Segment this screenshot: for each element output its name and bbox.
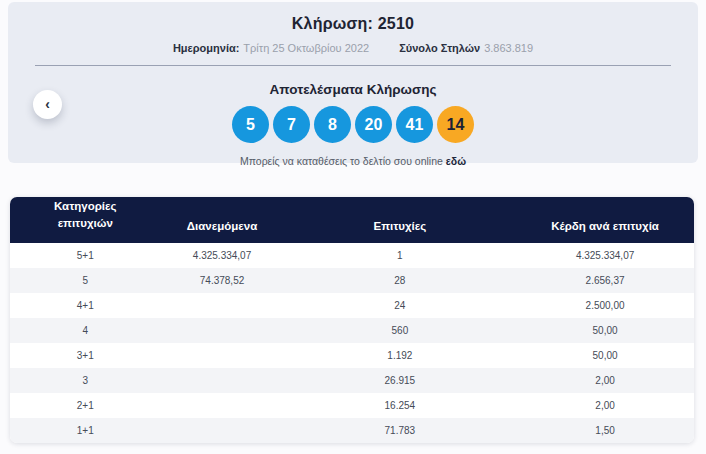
cell-category: 5 [10, 268, 160, 293]
cell-category: 4+1 [10, 293, 160, 318]
number-ball: 7 [273, 106, 310, 143]
online-note-text: Μπορείς να καταθέσεις το δελτίο σου onli… [240, 155, 443, 167]
table-row: 3+1 1.192 50,00 [10, 343, 694, 368]
online-note-link[interactable]: εδώ [446, 155, 466, 167]
cell-category: 3 [10, 368, 160, 393]
cell-prize: 2.656,37 [516, 268, 694, 293]
number-ball: 5 [232, 106, 269, 143]
cell-category: 1+1 [10, 418, 160, 443]
total-columns-label: Σύνολο Στηλών [399, 42, 480, 54]
cell-distributed: 74.378,52 [160, 268, 283, 293]
cell-prize: 4.325.334,07 [516, 243, 694, 268]
table-header-row: Κατηγορίες επιτυχιών Διανεμόμενα Επιτυχί… [10, 197, 694, 243]
draw-meta: Ημερομηνία:Τρίτη 25 Οκτωβρίου 2022 Σύνολ… [8, 42, 698, 54]
divider [35, 65, 671, 66]
cell-winners: 1.192 [284, 343, 517, 368]
cell-winners: 26.915 [284, 368, 517, 393]
cell-category: 2+1 [10, 393, 160, 418]
total-columns-value: 3.863.819 [484, 42, 533, 54]
cell-distributed [160, 318, 283, 343]
cell-category: 4 [10, 318, 160, 343]
number-ball: 8 [314, 106, 351, 143]
cell-winners: 24 [284, 293, 517, 318]
total-columns: Σύνολο Στηλών3.863.819 [399, 42, 533, 54]
table-row: 4+1 24 2.500,00 [10, 293, 694, 318]
draw-summary-card: Κλήρωση: 2510 Ημερομηνία:Τρίτη 25 Οκτωβρ… [8, 2, 698, 163]
number-ball: 20 [355, 106, 392, 143]
table-row: 5 74.378,52 28 2.656,37 [10, 268, 694, 293]
prize-table: Κατηγορίες επιτυχιών Διανεμόμενα Επιτυχί… [10, 197, 694, 443]
winning-numbers: 5 7 8 20 41 14 [8, 106, 698, 143]
table-row: 3 26.915 2,00 [10, 368, 694, 393]
previous-draw-button[interactable]: ‹ [33, 90, 62, 119]
table-row: 2+1 16.254 2,00 [10, 393, 694, 418]
cell-distributed [160, 393, 283, 418]
cell-distributed [160, 418, 283, 443]
draw-date-label: Ημερομηνία: [173, 42, 239, 54]
column-header-distributed: Διανεμόμενα [160, 197, 283, 243]
cell-distributed: 4.325.334,07 [160, 243, 283, 268]
column-header-prize: Κέρδη ανά επιτυχία [516, 197, 694, 243]
draw-title: Κλήρωση: 2510 [8, 2, 698, 33]
online-note: Μπορείς να καταθέσεις το δελτίο σου onli… [8, 155, 698, 167]
cell-distributed [160, 293, 283, 318]
cell-winners: 1 [284, 243, 517, 268]
joker-ball: 14 [437, 106, 474, 143]
cell-prize: 2,00 [516, 393, 694, 418]
cell-prize: 50,00 [516, 318, 694, 343]
cell-prize: 50,00 [516, 343, 694, 368]
cell-distributed [160, 343, 283, 368]
draw-date: Ημερομηνία:Τρίτη 25 Οκτωβρίου 2022 [173, 42, 369, 54]
cell-prize: 1,50 [516, 418, 694, 443]
cell-prize: 2.500,00 [516, 293, 694, 318]
column-header-category: Κατηγορίες επιτυχιών [10, 197, 160, 243]
cell-category: 5+1 [10, 243, 160, 268]
prize-table-card: Κατηγορίες επιτυχιών Διανεμόμενα Επιτυχί… [10, 197, 694, 443]
chevron-left-icon: ‹ [45, 97, 50, 111]
cell-winners: 28 [284, 268, 517, 293]
number-ball: 41 [396, 106, 433, 143]
table-row: 4 560 50,00 [10, 318, 694, 343]
cell-winners: 560 [284, 318, 517, 343]
draw-date-value: Τρίτη 25 Οκτωβρίου 2022 [243, 42, 369, 54]
table-row: 1+1 71.783 1,50 [10, 418, 694, 443]
column-header-winners: Επιτυχίες [284, 197, 517, 243]
cell-winners: 16.254 [284, 393, 517, 418]
cell-winners: 71.783 [284, 418, 517, 443]
results-heading: Αποτελέσματα Κλήρωσης [8, 82, 698, 97]
cell-distributed [160, 368, 283, 393]
cell-prize: 2,00 [516, 368, 694, 393]
cell-category: 3+1 [10, 343, 160, 368]
table-row: 5+1 4.325.334,07 1 4.325.334,07 [10, 243, 694, 268]
